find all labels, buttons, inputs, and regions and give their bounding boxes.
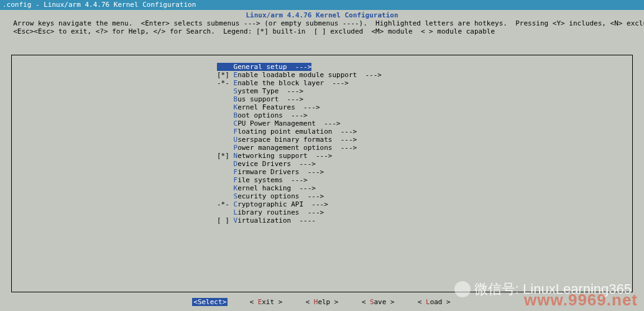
window-title: .config - Linux/arm 4.4.76 Kernel Config…	[2, 1, 196, 9]
menu-item-label: ower management options --->	[237, 144, 357, 152]
terminal-area: Linux/arm 4.4.76 Kernel Configuration Ar…	[0, 10, 644, 311]
menu-item-1[interactable]: [*] Enable loadable module support --->	[217, 71, 382, 79]
menu-item-label: us support --->	[237, 95, 303, 103]
menu-item-prefix	[217, 144, 234, 152]
menu-item-label: ernel hacking --->	[237, 184, 316, 192]
exit-button[interactable]: < Exit >	[248, 298, 283, 306]
menu-item-17[interactable]: -*- Cryptographic API --->	[217, 200, 328, 208]
menu-item-label: ibrary routines --->	[237, 208, 324, 216]
menu-item-prefix	[217, 160, 234, 168]
menu-item-label: irmware Drivers --->	[237, 168, 324, 176]
menu-item-label: ernel Features --->	[237, 103, 320, 111]
menu-item-label: evice Drivers --->	[237, 160, 316, 168]
config-header: Linux/arm 4.4.76 Kernel Configuration	[0, 10, 644, 19]
menu-item-label: ile systems --->	[237, 176, 308, 184]
menu-item-3[interactable]: System Type --->	[217, 87, 303, 95]
menu-item-label: nable loadable module support --->	[237, 71, 382, 79]
config-title: Linux/arm 4.4.76 Kernel Configuration	[246, 11, 398, 19]
menu-item-label: ryptographic API --->	[237, 200, 328, 208]
menu-item-6[interactable]: Boot options --->	[217, 111, 308, 119]
menu-item-8[interactable]: Floating point emulation --->	[217, 128, 357, 136]
save-button[interactable]: < Save >	[361, 298, 396, 306]
menu-item-label: nable the block layer --->	[237, 79, 349, 87]
window-titlebar: .config - Linux/arm 4.4.76 Kernel Config…	[0, 0, 644, 10]
menu-item-label: etworking support --->	[237, 152, 332, 160]
menu-item-13[interactable]: Firmware Drivers --->	[217, 168, 324, 176]
menu-item-prefix: [ ]	[217, 216, 234, 225]
menu-item-prefix	[217, 184, 234, 192]
menu-item-prefix	[217, 192, 234, 200]
menu-item-prefix	[217, 128, 234, 136]
menu-item-15[interactable]: Kernel hacking --->	[217, 184, 316, 192]
menu-item-label: serspace binary formats --->	[237, 136, 357, 144]
menu-item-12[interactable]: Device Drivers --->	[217, 160, 316, 168]
menu-item-label: PU Power Management --->	[237, 119, 341, 128]
menu-item-11[interactable]: [*] Networking support --->	[217, 152, 332, 160]
menu-item-prefix	[217, 87, 234, 95]
menu-item-prefix	[217, 168, 234, 176]
menu-item-14[interactable]: File systems --->	[217, 176, 308, 184]
menu-item-label: ecurity options --->	[237, 192, 324, 200]
save-label: ave	[374, 298, 387, 306]
exit-label: xit	[262, 298, 274, 306]
help-line-2: <Esc><Esc> to exit, <?> for Help, </> fo…	[0, 27, 644, 35]
help-label: elp	[318, 298, 330, 306]
menu-item-prefix	[217, 111, 234, 119]
menu-item-prefix	[217, 176, 234, 184]
menu-list[interactable]: General setup --->[*] Enable loadable mo…	[12, 55, 632, 225]
menu-item-0[interactable]: General setup --->	[217, 63, 311, 71]
button-bar: <Select> < Exit > < Help > < Save > < Lo…	[0, 298, 644, 306]
menu-item-18[interactable]: Library routines --->	[217, 208, 324, 216]
menu-item-2[interactable]: -*- Enable the block layer --->	[217, 79, 349, 87]
menu-item-prefix: [*]	[217, 152, 234, 160]
menu-item-prefix	[217, 119, 234, 128]
menu-item-7[interactable]: CPU Power Management --->	[217, 119, 341, 128]
menu-item-prefix	[217, 208, 234, 216]
menu-item-prefix: -*-	[217, 79, 234, 87]
menu-item-10[interactable]: Power management options --->	[217, 144, 357, 152]
help-line-1: Arrow keys navigate the menu. <Enter> se…	[0, 19, 644, 27]
select-button[interactable]: <Select>	[192, 298, 228, 306]
menu-item-prefix	[217, 136, 234, 144]
menu-item-prefix	[217, 103, 234, 111]
menu-item-label: loating point emulation --->	[237, 128, 357, 136]
menu-item-prefix: [*]	[217, 71, 234, 79]
menu-item-19[interactable]: [ ] Virtualization ----	[217, 216, 316, 225]
menu-item-label: ystem Type --->	[237, 87, 303, 95]
menu-item-9[interactable]: Userspace binary formats --->	[217, 136, 357, 144]
menu-item-16[interactable]: Security options --->	[217, 192, 324, 200]
menu-item-prefix	[217, 95, 234, 103]
menu-item-prefix: -*-	[217, 200, 234, 208]
menu-item-label: eneral setup --->	[237, 63, 311, 71]
menu-item-4[interactable]: Bus support --->	[217, 95, 303, 103]
help-button[interactable]: < Help >	[305, 298, 340, 306]
load-label: oad	[430, 298, 443, 306]
menu-item-5[interactable]: Kernel Features --->	[217, 103, 320, 111]
menu-item-label: irtualization ----	[237, 216, 316, 225]
menu-item-prefix	[217, 63, 234, 71]
load-button[interactable]: < Load >	[416, 298, 452, 306]
menu-frame: General setup --->[*] Enable loadable mo…	[11, 55, 633, 292]
menu-item-label: oot options --->	[237, 111, 308, 119]
